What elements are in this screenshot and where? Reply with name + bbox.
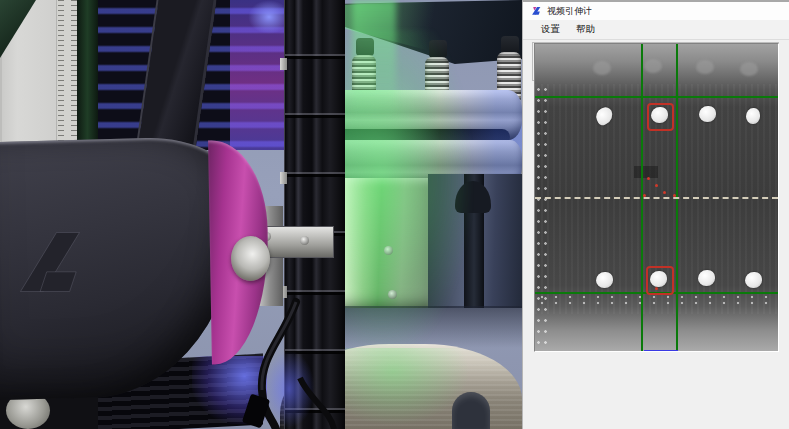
ghost-marker-dot [593, 61, 611, 75]
photo-green-glow-base [330, 348, 470, 426]
photo-screw [300, 236, 309, 245]
specimen-bottom-speckles [535, 294, 778, 306]
tracking-box-top [647, 103, 674, 131]
video-extensometer-window: 视频引伸计 设置 帮助 标记灰度值: 测试区域复位 ✓ 实验视野区域足够大，实验… [522, 0, 789, 429]
window-title: 视频引伸计 [547, 5, 592, 18]
menu-bar: 设置 帮助 [523, 20, 789, 40]
center-dashed-line [535, 197, 778, 199]
marker-dot [698, 270, 715, 286]
red-speck [643, 194, 646, 197]
red-speck [663, 191, 666, 194]
tracking-box-bottom [646, 266, 674, 295]
lishi-logo-emboss [14, 218, 86, 306]
camera-viewport: 力试科仪 LISHI INSTRUMENT [534, 43, 779, 352]
specimen-edge-speckles [535, 84, 549, 349]
window-titlebar[interactable]: 视频引伸计 [523, 2, 789, 20]
photo-green-beam [352, 0, 396, 120]
baseline-blue-marker [644, 350, 678, 352]
app-logo-icon [531, 6, 542, 17]
ghost-marker-dot [644, 59, 662, 73]
photo-rail-clip [280, 58, 287, 70]
photo-rail-clip [280, 172, 287, 184]
camera-live-image[interactable]: 力试科仪 LISHI INSTRUMENT [535, 44, 778, 352]
photo-blue-led-glow [192, 356, 267, 424]
marker-dot [699, 106, 716, 122]
red-speck [673, 194, 676, 197]
red-speck [655, 184, 658, 187]
photo-camera-adjust-knob [231, 236, 270, 281]
menu-settings[interactable]: 设置 [535, 21, 566, 38]
photo-blue-led-glow [263, 350, 315, 428]
menu-help[interactable]: 帮助 [570, 21, 601, 38]
photo-ruler-scale [57, 0, 78, 150]
marker-dot [596, 272, 613, 288]
specimen-dark-mark [634, 166, 658, 178]
marker-dot [746, 108, 760, 124]
roi-top-line [535, 96, 778, 98]
machine-photo [0, 0, 522, 429]
marker-dot [745, 272, 762, 288]
photo-frame-edge [77, 0, 100, 150]
ghost-marker-dot [696, 60, 714, 74]
red-speck [647, 177, 650, 180]
ghost-marker-dot [740, 62, 758, 76]
